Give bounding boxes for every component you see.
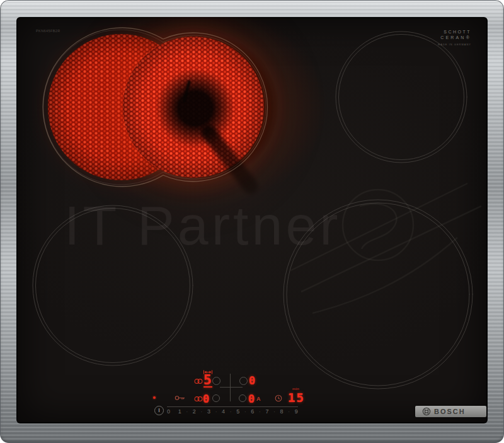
schott-line: SCHOTT [438,30,471,35]
rear-left-level-display: 5 [203,374,212,387]
panel-divider-horizontal [220,387,243,388]
timer-display: 15 [288,392,305,404]
slider-separator: · [288,409,290,415]
slider-level-2[interactable]: 2 [193,408,196,415]
bosch-logo-band: BOSCH [415,406,486,417]
zone-select-front-left-button[interactable] [212,394,220,402]
slider-level-3[interactable]: 3 [207,408,210,415]
slider-separator: · [259,409,261,415]
power-indicator-dot [153,396,156,399]
dual-circuit-icon [194,378,203,384]
ceramic-glass-surface: IT Partner PKN645FB2R SCHOTT CERAN® MADE… [16,17,488,423]
power-button[interactable]: I [154,406,164,415]
power-level-slider[interactable]: 01·2·3·4·5·6·7·8·9 [167,408,298,415]
panel-divider-vertical [230,374,231,401]
selected-zone-indicator [203,386,212,388]
bosch-symbol-icon [422,407,431,416]
slider-level-7[interactable]: 7 [265,408,268,415]
hob-product-photo: IT Partner PKN645FB2R SCHOTT CERAN® MADE… [0,0,504,443]
dual-circuit-icon [194,396,203,402]
zone-select-rear-left-button[interactable] [212,377,220,385]
slider-separator: · [273,409,275,415]
slider-level-8[interactable]: 8 [280,408,284,415]
watermark-logo [16,17,488,423]
slider-separator: · [201,409,203,415]
slider-level-9[interactable]: 9 [295,408,298,415]
timer-clock-icon [275,394,282,402]
slider-level-4[interactable]: 4 [222,408,225,415]
slider-separator: · [186,409,188,415]
schott-subtext: MADE IN GERMANY [438,43,471,46]
schott-ceran-logo: SCHOTT CERAN® MADE IN GERMANY [438,30,471,46]
front-right-level-display: 0 [248,394,255,405]
front-left-level-display: 0 [203,394,209,405]
slider-separator: · [230,409,232,415]
slider-level-0[interactable]: 0 [167,408,170,415]
zone-select-front-right-button[interactable] [239,394,246,402]
slider-line [167,406,298,407]
slider-level-5[interactable]: 5 [236,408,239,415]
auto-heat-indicator: A [256,396,261,402]
bosch-wordmark: BOSCH [434,408,466,415]
slider-level-6[interactable]: 6 [251,408,254,415]
slider-level-1[interactable]: 1 [178,408,181,415]
slider-separator: · [244,409,246,415]
model-code: PKN645FB2R [36,29,60,33]
child-lock-key-icon [175,395,186,401]
ceran-line: CERAN® [438,35,471,41]
rear-right-level-display: 0 [249,376,255,386]
power-symbol: I [158,408,160,413]
zone-select-rear-right-button[interactable] [239,377,248,385]
slider-separator: · [215,409,217,415]
